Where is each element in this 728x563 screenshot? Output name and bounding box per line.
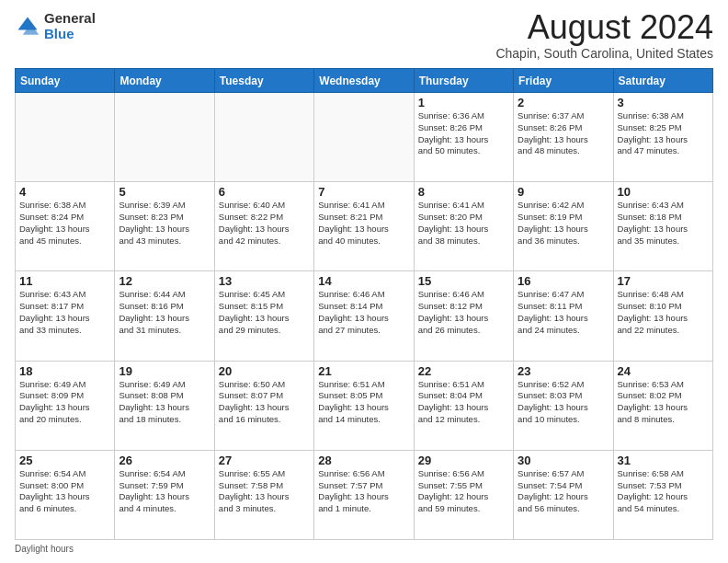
day-info: Sunrise: 6:40 AM Sunset: 8:22 PM Dayligh… [219,200,310,247]
calendar-cell: 21Sunrise: 6:51 AM Sunset: 8:05 PM Dayli… [314,361,414,450]
day-number: 14 [318,274,409,288]
calendar-cell: 6Sunrise: 6:40 AM Sunset: 8:22 PM Daylig… [214,182,313,271]
day-info: Sunrise: 6:49 AM Sunset: 8:09 PM Dayligh… [19,379,110,426]
day-info: Sunrise: 6:49 AM Sunset: 8:08 PM Dayligh… [119,379,210,426]
calendar-cell: 1Sunrise: 6:36 AM Sunset: 8:26 PM Daylig… [414,93,513,182]
day-number: 26 [119,454,210,467]
day-info: Sunrise: 6:51 AM Sunset: 8:04 PM Dayligh… [418,379,509,426]
calendar-table: SundayMondayTuesdayWednesdayThursdayFrid… [15,68,713,540]
day-number: 12 [119,274,210,288]
day-number: 7 [318,185,409,199]
calendar-cell [314,93,414,182]
calendar-cell: 13Sunrise: 6:45 AM Sunset: 8:15 PM Dayli… [214,271,313,361]
day-info: Sunrise: 6:38 AM Sunset: 8:24 PM Dayligh… [19,200,110,247]
day-info: Sunrise: 6:39 AM Sunset: 8:23 PM Dayligh… [119,200,210,247]
day-number: 15 [418,274,509,288]
day-number: 6 [219,185,310,199]
day-info: Sunrise: 6:56 AM Sunset: 7:55 PM Dayligh… [418,468,509,515]
day-info: Sunrise: 6:44 AM Sunset: 8:16 PM Dayligh… [119,289,210,336]
calendar-week-5: 25Sunrise: 6:54 AM Sunset: 8:00 PM Dayli… [16,450,713,539]
calendar-cell: 27Sunrise: 6:55 AM Sunset: 7:58 PM Dayli… [214,450,313,539]
day-info: Sunrise: 6:51 AM Sunset: 8:05 PM Dayligh… [318,379,409,426]
day-number: 30 [518,454,609,467]
day-of-week-sunday: Sunday [16,69,115,93]
day-info: Sunrise: 6:43 AM Sunset: 8:18 PM Dayligh… [618,200,709,247]
day-info: Sunrise: 6:46 AM Sunset: 8:14 PM Dayligh… [318,289,409,336]
calendar-cell: 29Sunrise: 6:56 AM Sunset: 7:55 PM Dayli… [414,450,513,539]
logo-blue-text: Blue [44,26,74,41]
calendar-cell: 3Sunrise: 6:38 AM Sunset: 8:25 PM Daylig… [613,93,712,182]
page: General Blue August 2024 Chapin, South C… [0,0,728,563]
day-number: 4 [19,185,110,199]
day-info: Sunrise: 6:42 AM Sunset: 8:19 PM Dayligh… [518,200,609,247]
calendar-cell: 11Sunrise: 6:43 AM Sunset: 8:17 PM Dayli… [16,271,115,361]
day-of-week-friday: Friday [514,69,613,93]
day-of-week-saturday: Saturday [613,69,712,93]
day-info: Sunrise: 6:43 AM Sunset: 8:17 PM Dayligh… [19,289,110,336]
calendar-cell: 25Sunrise: 6:54 AM Sunset: 8:00 PM Dayli… [16,450,115,539]
day-info: Sunrise: 6:54 AM Sunset: 8:00 PM Dayligh… [19,468,110,515]
day-info: Sunrise: 6:58 AM Sunset: 7:53 PM Dayligh… [618,468,709,515]
day-info: Sunrise: 6:37 AM Sunset: 8:26 PM Dayligh… [518,110,609,157]
calendar-cell: 19Sunrise: 6:49 AM Sunset: 8:08 PM Dayli… [115,361,214,450]
footer-note: Daylight hours [15,544,713,554]
calendar-cell: 17Sunrise: 6:48 AM Sunset: 8:10 PM Dayli… [613,271,712,361]
calendar-cell: 5Sunrise: 6:39 AM Sunset: 8:23 PM Daylig… [115,182,214,271]
day-number: 22 [418,364,509,378]
day-of-week-thursday: Thursday [414,69,513,93]
day-number: 28 [318,454,409,467]
calendar-cell: 9Sunrise: 6:42 AM Sunset: 8:19 PM Daylig… [514,182,613,271]
calendar-cell: 28Sunrise: 6:56 AM Sunset: 7:57 PM Dayli… [314,450,414,539]
day-number: 9 [518,185,609,199]
day-info: Sunrise: 6:45 AM Sunset: 8:15 PM Dayligh… [219,289,310,336]
day-number: 1 [418,96,509,109]
calendar-cell: 15Sunrise: 6:46 AM Sunset: 8:12 PM Dayli… [414,271,513,361]
day-of-week-wednesday: Wednesday [314,69,414,93]
calendar-cell: 2Sunrise: 6:37 AM Sunset: 8:26 PM Daylig… [514,93,613,182]
day-info: Sunrise: 6:38 AM Sunset: 8:25 PM Dayligh… [618,110,709,157]
logo-text: General Blue [44,11,96,41]
calendar-week-1: 1Sunrise: 6:36 AM Sunset: 8:26 PM Daylig… [16,93,713,182]
day-info: Sunrise: 6:36 AM Sunset: 8:26 PM Dayligh… [418,110,509,157]
day-number: 5 [119,185,210,199]
calendar-cell: 26Sunrise: 6:54 AM Sunset: 7:59 PM Dayli… [115,450,214,539]
calendar-cell: 10Sunrise: 6:43 AM Sunset: 8:18 PM Dayli… [613,182,712,271]
day-number: 24 [618,364,709,378]
calendar-cell: 7Sunrise: 6:41 AM Sunset: 8:21 PM Daylig… [314,182,414,271]
day-info: Sunrise: 6:55 AM Sunset: 7:58 PM Dayligh… [219,468,310,515]
day-number: 10 [618,185,709,199]
calendar-cell: 23Sunrise: 6:52 AM Sunset: 8:03 PM Dayli… [514,361,613,450]
title-block: August 2024 Chapin, South Carolina, Unit… [495,11,713,61]
day-number: 23 [518,364,609,378]
calendar-cell: 24Sunrise: 6:53 AM Sunset: 8:02 PM Dayli… [613,361,712,450]
day-info: Sunrise: 6:41 AM Sunset: 8:21 PM Dayligh… [318,200,409,247]
day-info: Sunrise: 6:48 AM Sunset: 8:10 PM Dayligh… [618,289,709,336]
day-info: Sunrise: 6:52 AM Sunset: 8:03 PM Dayligh… [518,379,609,426]
calendar-week-3: 11Sunrise: 6:43 AM Sunset: 8:17 PM Dayli… [16,271,713,361]
day-number: 27 [219,454,310,467]
day-number: 18 [19,364,110,378]
calendar-cell: 22Sunrise: 6:51 AM Sunset: 8:04 PM Dayli… [414,361,513,450]
day-info: Sunrise: 6:56 AM Sunset: 7:57 PM Dayligh… [318,468,409,515]
day-info: Sunrise: 6:46 AM Sunset: 8:12 PM Dayligh… [418,289,509,336]
logo-general-text: General [44,10,96,26]
day-number: 2 [518,96,609,109]
calendar-week-2: 4Sunrise: 6:38 AM Sunset: 8:24 PM Daylig… [16,182,713,271]
day-info: Sunrise: 6:57 AM Sunset: 7:54 PM Dayligh… [518,468,609,515]
calendar-cell: 14Sunrise: 6:46 AM Sunset: 8:14 PM Dayli… [314,271,414,361]
day-info: Sunrise: 6:47 AM Sunset: 8:11 PM Dayligh… [518,289,609,336]
day-number: 11 [19,274,110,288]
calendar-cell: 31Sunrise: 6:58 AM Sunset: 7:53 PM Dayli… [613,450,712,539]
day-number: 16 [518,274,609,288]
day-number: 17 [618,274,709,288]
calendar-cell [115,93,214,182]
day-number: 29 [418,454,509,467]
day-of-week-monday: Monday [115,69,214,93]
day-number: 21 [318,364,409,378]
header: General Blue August 2024 Chapin, South C… [15,11,713,61]
calendar-cell: 18Sunrise: 6:49 AM Sunset: 8:09 PM Dayli… [16,361,115,450]
day-info: Sunrise: 6:41 AM Sunset: 8:20 PM Dayligh… [418,200,509,247]
calendar-week-4: 18Sunrise: 6:49 AM Sunset: 8:09 PM Dayli… [16,361,713,450]
day-info: Sunrise: 6:54 AM Sunset: 7:59 PM Dayligh… [119,468,210,515]
day-number: 3 [618,96,709,109]
